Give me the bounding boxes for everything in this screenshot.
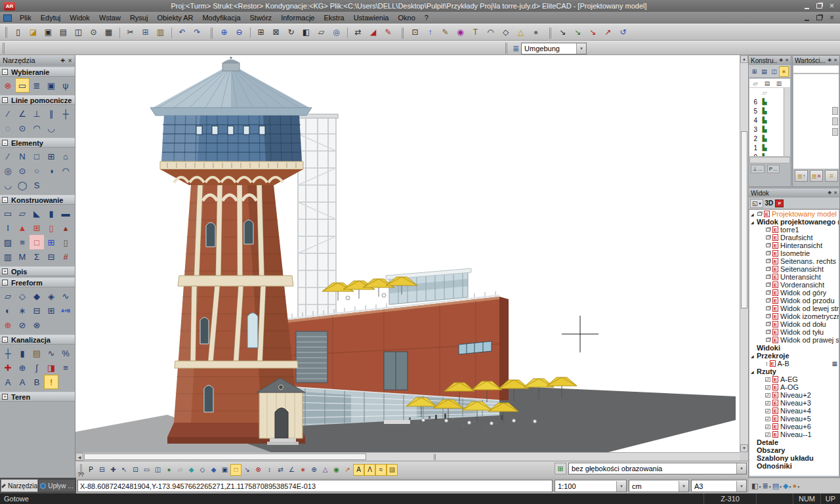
env-grip[interactable] <box>505 43 508 54</box>
workplane-icon[interactable]: ⊡ <box>408 26 423 39</box>
marker-icon[interactable]: ✚ <box>1 360 15 375</box>
select-rect-icon[interactable]: ▭ <box>15 78 30 93</box>
save-version-icon[interactable]: ⊙ <box>86 26 101 39</box>
arc-icon[interactable]: ◠ <box>58 163 73 178</box>
warning-icon[interactable]: ! <box>44 375 58 389</box>
redo-icon[interactable]: ↷ <box>190 26 205 39</box>
redline-icon[interactable]: ✎ <box>381 26 396 39</box>
tree-item-seitenans-rechts[interactable]: Seitenans. rechts <box>749 257 839 265</box>
wire-cube-icon[interactable]: ◇ <box>197 464 208 476</box>
roof-3d-icon[interactable]: ▴ <box>58 220 73 235</box>
horizontal-scrollbar[interactable]: ◀ <box>75 452 740 461</box>
beam-icon[interactable]: ▬ <box>58 206 73 220</box>
stretch-icon[interactable]: ▱ <box>314 26 329 39</box>
expand-icon[interactable]: + <box>2 394 8 400</box>
storeys-tab[interactable]: ⊥... <box>751 165 765 173</box>
hscroll-thumb[interactable] <box>84 453 366 460</box>
storeys-hscroll[interactable] <box>749 157 790 163</box>
panel-icon[interactable]: ▥ <box>1 249 15 264</box>
chevron-down-icon[interactable]: ▼ <box>679 481 688 492</box>
select-face-icon[interactable]: □ <box>230 464 242 476</box>
doc-minimize-icon[interactable] <box>801 14 812 22</box>
links-icon[interactable]: ◆ <box>783 482 791 490</box>
arc-tool-icon[interactable]: ◠ <box>483 26 498 39</box>
section-wybieranie[interactable]: -Wybieranie <box>0 67 75 77</box>
3d-viewport[interactable]: ▲ ▼ ◀ <box>75 55 748 461</box>
wall-icon[interactable]: ▭ <box>1 206 15 220</box>
cut-icon[interactable]: ✂ <box>123 26 138 39</box>
collapse-icon[interactable]: - <box>2 69 8 75</box>
refresh-a-icon[interactable]: ↺ <box>616 26 631 39</box>
copy-element-icon[interactable]: ⊞ <box>253 26 268 39</box>
tree-item-a-eg[interactable]: A-EG <box>749 375 839 383</box>
box-solid-icon[interactable]: ◆ <box>30 289 44 303</box>
tree-item-a-og[interactable]: A-OG <box>749 383 839 391</box>
menu-item[interactable]: Edytuj <box>36 13 66 22</box>
helper-arc-icon[interactable]: ◠ <box>30 121 44 135</box>
values-mini-button[interactable] <box>832 128 838 136</box>
shade-solid-icon[interactable]: ◆ <box>186 464 197 476</box>
section-freeform[interactable]: -Freeform <box>0 278 75 287</box>
tab-narzedzia[interactable]: Narzędzia <box>1 479 38 492</box>
storey-state-icon[interactable]: ▙ <box>759 108 770 114</box>
brush-icon[interactable]: ✎ <box>438 26 453 39</box>
collapse-icon[interactable]: - <box>2 280 8 285</box>
line-icon[interactable]: ∕ <box>1 149 15 163</box>
collapse-icon[interactable]: - <box>2 337 8 343</box>
subtract-icon[interactable]: ⊟ <box>30 303 44 318</box>
library-icon[interactable]: ▤ <box>772 482 782 490</box>
axis-updown-icon[interactable]: ↕ <box>264 464 275 476</box>
pipe-cross-icon[interactable]: ┼ <box>1 346 15 360</box>
view-mode-combo[interactable]: ◱▾ <box>750 199 763 208</box>
db-export-icon[interactable]: ↘ <box>555 26 570 39</box>
slab-icon[interactable]: ▱ <box>15 206 30 220</box>
light-icon[interactable]: △ <box>513 26 528 39</box>
section-linie-pomocnicze[interactable]: -Linie pomocnicze <box>0 95 75 105</box>
unite-icon[interactable]: ⊞ <box>44 303 58 318</box>
section-opis[interactable]: +Opis <box>0 266 75 276</box>
menu-item[interactable]: ? <box>420 13 433 22</box>
tree-item-widok-izometryczny[interactable]: Widok izometryczny <box>749 312 839 320</box>
circle-icon[interactable]: ○ <box>30 163 44 178</box>
snap-point-icon[interactable]: ⊗ <box>253 464 264 476</box>
minimize-icon[interactable] <box>801 2 812 10</box>
polygon-icon[interactable]: ⌂ <box>58 149 73 163</box>
zoom-out-icon[interactable]: ⊖ <box>232 26 247 39</box>
helper-center-circle-icon[interactable]: ⊙ <box>15 121 30 135</box>
pipe-icon[interactable]: ∿ <box>58 289 73 303</box>
spline-icon[interactable]: S <box>30 178 44 192</box>
deselect-icon[interactable]: ⊗ <box>1 78 15 93</box>
menu-item[interactable]: Modyfikacja <box>198 13 245 22</box>
helper-circle-icon[interactable]: ◌ <box>1 121 15 135</box>
toolbar-grip[interactable] <box>5 27 8 38</box>
column-icon[interactable]: ▮ <box>44 206 58 220</box>
text-area-icon[interactable]: M <box>15 249 30 264</box>
calculator-icon[interactable]: # <box>58 249 73 264</box>
new-file-icon[interactable]: ▯ <box>10 26 26 39</box>
storey-state-icon[interactable]: ▙ <box>759 98 770 105</box>
a-plus-b-icon[interactable]: A+B <box>58 303 73 318</box>
undo-icon[interactable]: ↶ <box>175 26 190 39</box>
section-elementy[interactable]: -Elementy <box>0 138 75 148</box>
storey-state-icon[interactable]: ▙ <box>759 126 770 133</box>
tree-item-seitenansicht[interactable]: Seitenansicht <box>749 265 839 273</box>
solid-cube-icon[interactable]: ◆ <box>208 464 219 476</box>
valve-icon[interactable]: ⊕ <box>15 360 30 375</box>
close-icon[interactable]: ✕ <box>68 58 72 64</box>
chevron-down-icon[interactable] <box>769 482 771 490</box>
zoom-region-icon[interactable]: ◎ <box>329 26 344 39</box>
axes-cut-icon[interactable]: ⊕ <box>1 318 15 332</box>
ramp-icon[interactable]: ◣ <box>30 206 44 220</box>
tree-item-niveau-3[interactable]: Niveau+3 <box>749 399 839 407</box>
tree-item-niveau-5[interactable]: Niveau+5 <box>749 415 839 423</box>
angle-icon[interactable]: ∠ <box>286 464 297 476</box>
figure-walk-icon[interactable]: Λ <box>364 464 375 476</box>
label-b-icon[interactable]: B <box>30 375 44 389</box>
helper-cross-icon[interactable]: ┼ <box>58 106 73 121</box>
riser-icon[interactable]: ◨ <box>44 360 58 375</box>
tree-item-isometrie[interactable]: Isometrie <box>749 249 839 257</box>
ellipse-icon[interactable]: ◯ <box>15 178 30 192</box>
door-icon[interactable]: ▯ <box>44 220 58 235</box>
chevron-down-icon[interactable] <box>780 482 782 490</box>
text-sum-icon[interactable]: Σ <box>30 249 44 264</box>
